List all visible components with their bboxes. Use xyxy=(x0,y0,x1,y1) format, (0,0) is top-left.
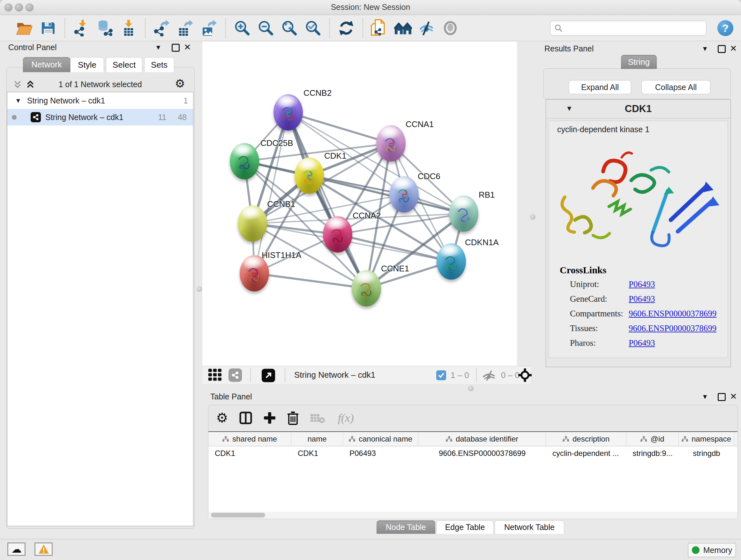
crosslink-tissues[interactable]: 9606.ENSP00000378699 xyxy=(629,323,717,333)
control-panel-float-button[interactable] xyxy=(172,44,180,52)
collapse-all-button[interactable]: Collapse All xyxy=(642,80,711,94)
string-home-button[interactable] xyxy=(394,19,412,37)
hide-labels-button[interactable] xyxy=(418,19,435,37)
crosslink-uniprot[interactable]: P06493 xyxy=(629,279,655,289)
selected-checkbox[interactable] xyxy=(436,370,446,380)
cell--id[interactable]: stringdb:9... xyxy=(626,446,679,460)
string-panel-toggle[interactable] xyxy=(228,368,242,382)
cell-description[interactable]: cyclin-dependent ... xyxy=(546,446,626,460)
column-header-description[interactable]: description xyxy=(546,432,626,446)
warnings-button[interactable] xyxy=(35,543,53,556)
open-view-button[interactable] xyxy=(262,369,275,382)
birds-eye-grid-icon[interactable] xyxy=(208,369,222,381)
tab-string[interactable]: String xyxy=(621,55,657,69)
network-node-cdkn1a[interactable] xyxy=(436,243,466,280)
network-node-ccne1[interactable] xyxy=(352,270,381,307)
help-button[interactable]: ? xyxy=(718,20,733,36)
results-panel-collapse-button[interactable]: ▾ xyxy=(703,45,707,52)
cell-namespace[interactable]: stringdb xyxy=(679,446,734,460)
table-panel-float-button[interactable] xyxy=(718,393,726,401)
zoom-in-button[interactable] xyxy=(233,19,251,37)
show-all-button[interactable] xyxy=(441,19,459,37)
network-options-gear-icon[interactable]: ⚙ xyxy=(175,78,185,89)
column-header-shared-name[interactable]: shared name xyxy=(208,432,291,446)
string-import-button[interactable] xyxy=(370,19,388,37)
import-network-file-button[interactable] xyxy=(72,19,90,37)
network-row-selected[interactable]: String Network – cdk1 11 48 xyxy=(7,109,193,125)
table-row[interactable]: CDK1CDK1P064939606.ENSP00000378699cyclin… xyxy=(208,446,738,460)
zoom-fit-icon xyxy=(281,20,298,37)
column-header-name[interactable]: name xyxy=(291,432,343,446)
expand-all-button[interactable]: Expand All xyxy=(569,80,631,94)
import-table-file-button[interactable] xyxy=(120,19,138,37)
crosslink-row: Tissues: 9606.ENSP00000378699 xyxy=(549,323,728,338)
table-panel-close-button[interactable]: ✕ xyxy=(730,392,737,401)
table-options-gear-icon[interactable]: ⚙ xyxy=(216,411,228,425)
tab-node-table[interactable]: Node Table xyxy=(377,520,435,534)
column-header-canonical-name[interactable]: canonical name xyxy=(343,432,418,446)
cell-shared-name[interactable]: CDK1 xyxy=(208,446,291,460)
refresh-view-button[interactable] xyxy=(337,19,355,37)
table-body: CDK1CDK1P064939606.ENSP00000378699cyclin… xyxy=(208,446,738,460)
left-splitter-handle[interactable] xyxy=(197,287,202,292)
results-panel-close-button[interactable]: ✕ xyxy=(730,44,737,53)
zoom-fit-button[interactable] xyxy=(280,19,298,37)
cell-canonical-name[interactable]: P06493 xyxy=(343,446,418,460)
search-input[interactable] xyxy=(565,23,702,33)
disclosure-triangle-icon[interactable]: ▼ xyxy=(15,98,21,104)
column-header-database-identifier[interactable]: database identifier xyxy=(418,432,546,446)
check-icon xyxy=(438,372,444,378)
control-panel-collapse-button[interactable]: ▾ xyxy=(156,44,160,51)
network-node-ccnb2[interactable] xyxy=(273,94,303,131)
cloud-status-button[interactable]: ☁ xyxy=(7,543,25,556)
network-node-rb1[interactable] xyxy=(449,195,478,232)
delete-column-icon[interactable] xyxy=(287,411,299,425)
zoom-selected-icon xyxy=(305,20,321,37)
add-column-icon[interactable] xyxy=(263,412,276,424)
tab-sets[interactable]: Sets xyxy=(144,57,174,72)
crosslink-compartments[interactable]: 9606.ENSP00000378699 xyxy=(629,309,717,319)
crosslink-pharos[interactable]: P06493 xyxy=(629,338,655,348)
results-panel-float-button[interactable] xyxy=(718,45,726,53)
table-panel-collapse-button[interactable]: ▾ xyxy=(703,393,707,400)
network-node-cdk1[interactable] xyxy=(294,158,324,194)
node-gloss-highlight xyxy=(242,207,263,220)
network-collection-label: String Network – cdk1 xyxy=(27,96,105,105)
memory-button[interactable]: Memory xyxy=(688,543,736,557)
protein-structure-thumbnail xyxy=(235,151,254,174)
export-network-button[interactable] xyxy=(153,19,171,37)
cell-name[interactable]: CDK1 xyxy=(291,446,343,460)
gene-section-header[interactable]: ▼ CDK1 xyxy=(546,100,731,118)
export-table-button[interactable] xyxy=(177,19,194,37)
zoom-out-button[interactable] xyxy=(257,19,275,37)
network-node-cdc6[interactable] xyxy=(389,176,419,212)
cell-database-identifier[interactable]: 9606.ENSP00000378699 xyxy=(418,446,546,460)
save-session-button[interactable] xyxy=(39,19,57,37)
import-network-database-button[interactable] xyxy=(96,19,114,37)
column-header-namespace[interactable]: namespace xyxy=(679,432,734,446)
network-node-hist1h1a[interactable] xyxy=(240,255,269,292)
zoom-selected-button[interactable] xyxy=(304,19,322,37)
open-session-button[interactable] xyxy=(16,19,33,37)
tab-edge-table[interactable]: Edge Table xyxy=(436,520,494,534)
crosslink-genecard[interactable]: P06493 xyxy=(629,294,655,304)
control-panel-close-button[interactable]: ✕ xyxy=(184,43,191,52)
tab-network[interactable]: Network xyxy=(23,57,70,72)
network-node-cdc25b[interactable] xyxy=(230,143,259,179)
node-label-cdk1: CDK1 xyxy=(324,151,346,161)
network-canvas[interactable]: CCNB2CCNA1CDC25BCDK1CDC6RB1CCNB1CCNA2CDK… xyxy=(202,42,517,366)
table-hscrollbar-track[interactable] xyxy=(208,512,738,519)
show-columns-icon[interactable] xyxy=(239,411,253,425)
column-header--id[interactable]: @id xyxy=(626,432,679,446)
network-node-ccnb1[interactable] xyxy=(238,205,267,242)
network-node-ccna2[interactable] xyxy=(323,216,352,253)
network-collection-row[interactable]: ▼ String Network – cdk1 1 xyxy=(7,92,193,109)
tab-network-table[interactable]: Network Table xyxy=(495,520,564,534)
export-image-button[interactable] xyxy=(200,19,218,37)
tab-select[interactable]: Select xyxy=(106,57,142,72)
memory-status-dot xyxy=(692,546,699,554)
fit-selected-crosshair-icon[interactable] xyxy=(518,368,532,382)
table-hscrollbar-thumb[interactable] xyxy=(211,513,265,517)
network-node-ccna1[interactable] xyxy=(376,125,406,162)
tab-style[interactable]: Style xyxy=(70,57,104,72)
